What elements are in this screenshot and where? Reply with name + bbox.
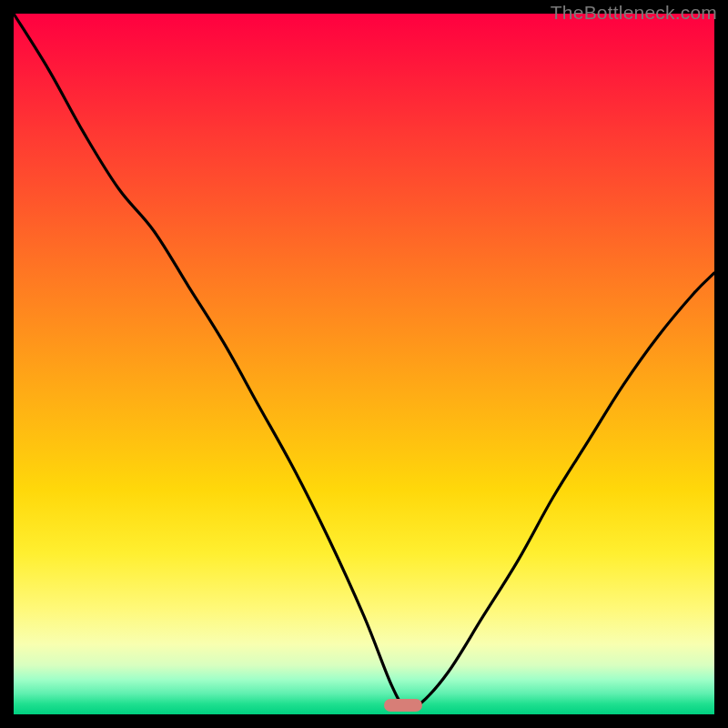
curve-path xyxy=(14,14,714,709)
chart-frame: TheBottleneck.com xyxy=(0,0,728,728)
plot-area xyxy=(14,14,714,714)
bottleneck-curve xyxy=(14,14,714,714)
minimum-marker xyxy=(384,699,422,712)
watermark-text: TheBottleneck.com xyxy=(551,2,717,24)
